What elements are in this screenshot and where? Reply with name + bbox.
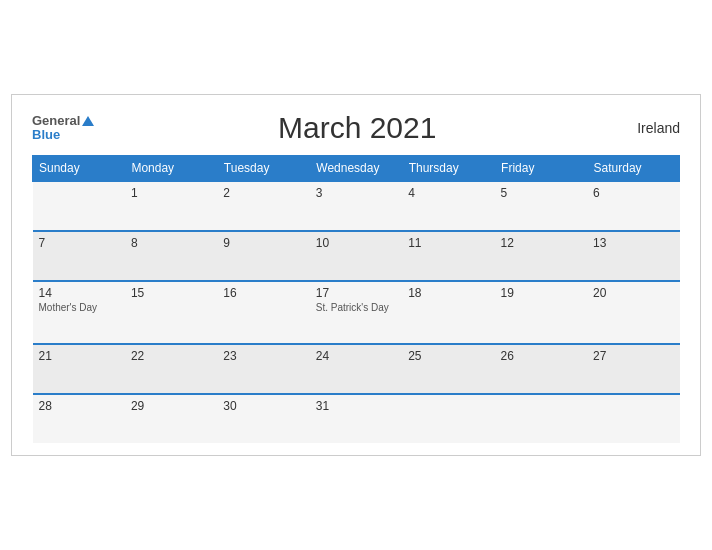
calendar-header: General Blue March 2021 Ireland (32, 111, 680, 145)
logo-triangle-icon (82, 116, 94, 126)
event-label: Mother's Day (39, 302, 119, 313)
calendar-cell: 1 (125, 181, 217, 231)
calendar-cell: 26 (495, 344, 587, 394)
calendar-cell: 3 (310, 181, 402, 231)
day-number: 16 (223, 286, 303, 300)
country-label: Ireland (620, 120, 680, 136)
day-number: 18 (408, 286, 488, 300)
calendar-container: General Blue March 2021 Ireland SundayMo… (11, 94, 701, 456)
day-number: 30 (223, 399, 303, 413)
calendar-cell: 24 (310, 344, 402, 394)
day-number: 5 (501, 186, 581, 200)
day-number: 15 (131, 286, 211, 300)
day-number: 6 (593, 186, 673, 200)
day-number: 13 (593, 236, 673, 250)
day-number: 9 (223, 236, 303, 250)
calendar-cell: 4 (402, 181, 494, 231)
week-row-2: 14Mother's Day151617St. Patrick's Day181… (33, 281, 680, 344)
day-number: 25 (408, 349, 488, 363)
event-label: St. Patrick's Day (316, 302, 396, 313)
calendar-cell: 6 (587, 181, 679, 231)
week-row-4: 28293031 (33, 394, 680, 443)
calendar-cell: 8 (125, 231, 217, 281)
weekday-header-thursday: Thursday (402, 156, 494, 182)
calendar-cell: 7 (33, 231, 125, 281)
weekday-header-row: SundayMondayTuesdayWednesdayThursdayFrid… (33, 156, 680, 182)
calendar-cell: 11 (402, 231, 494, 281)
calendar-cell (495, 394, 587, 443)
weekday-header-sunday: Sunday (33, 156, 125, 182)
day-number: 10 (316, 236, 396, 250)
weekday-header-wednesday: Wednesday (310, 156, 402, 182)
calendar-cell: 13 (587, 231, 679, 281)
calendar-cell: 2 (217, 181, 309, 231)
day-number: 27 (593, 349, 673, 363)
calendar-title: March 2021 (94, 111, 620, 145)
calendar-cell: 10 (310, 231, 402, 281)
weekday-header-monday: Monday (125, 156, 217, 182)
calendar-cell: 25 (402, 344, 494, 394)
day-number: 23 (223, 349, 303, 363)
day-number: 2 (223, 186, 303, 200)
calendar-cell: 18 (402, 281, 494, 344)
weekday-header-friday: Friday (495, 156, 587, 182)
day-number: 29 (131, 399, 211, 413)
calendar-cell: 21 (33, 344, 125, 394)
calendar-cell: 9 (217, 231, 309, 281)
day-number: 1 (131, 186, 211, 200)
week-row-0: 123456 (33, 181, 680, 231)
day-number: 24 (316, 349, 396, 363)
day-number: 22 (131, 349, 211, 363)
day-number: 8 (131, 236, 211, 250)
calendar-cell: 28 (33, 394, 125, 443)
calendar-cell: 20 (587, 281, 679, 344)
day-number: 21 (39, 349, 119, 363)
calendar-cell (587, 394, 679, 443)
calendar-cell (33, 181, 125, 231)
calendar-grid: SundayMondayTuesdayWednesdayThursdayFrid… (32, 155, 680, 443)
calendar-cell: 15 (125, 281, 217, 344)
week-row-3: 21222324252627 (33, 344, 680, 394)
calendar-cell: 23 (217, 344, 309, 394)
calendar-cell: 31 (310, 394, 402, 443)
calendar-cell: 19 (495, 281, 587, 344)
calendar-cell: 30 (217, 394, 309, 443)
day-number: 14 (39, 286, 119, 300)
day-number: 7 (39, 236, 119, 250)
calendar-cell (402, 394, 494, 443)
calendar-cell: 29 (125, 394, 217, 443)
day-number: 4 (408, 186, 488, 200)
weekday-header-saturday: Saturday (587, 156, 679, 182)
calendar-cell: 16 (217, 281, 309, 344)
logo: General Blue (32, 114, 94, 143)
logo-blue-text: Blue (32, 128, 94, 142)
day-number: 28 (39, 399, 119, 413)
calendar-cell: 12 (495, 231, 587, 281)
logo-general-text: General (32, 114, 80, 128)
week-row-1: 78910111213 (33, 231, 680, 281)
weekday-header-tuesday: Tuesday (217, 156, 309, 182)
calendar-cell: 17St. Patrick's Day (310, 281, 402, 344)
calendar-cell: 5 (495, 181, 587, 231)
day-number: 3 (316, 186, 396, 200)
calendar-cell: 14Mother's Day (33, 281, 125, 344)
calendar-cell: 27 (587, 344, 679, 394)
day-number: 19 (501, 286, 581, 300)
day-number: 17 (316, 286, 396, 300)
calendar-cell: 22 (125, 344, 217, 394)
day-number: 12 (501, 236, 581, 250)
day-number: 26 (501, 349, 581, 363)
day-number: 20 (593, 286, 673, 300)
day-number: 31 (316, 399, 396, 413)
day-number: 11 (408, 236, 488, 250)
